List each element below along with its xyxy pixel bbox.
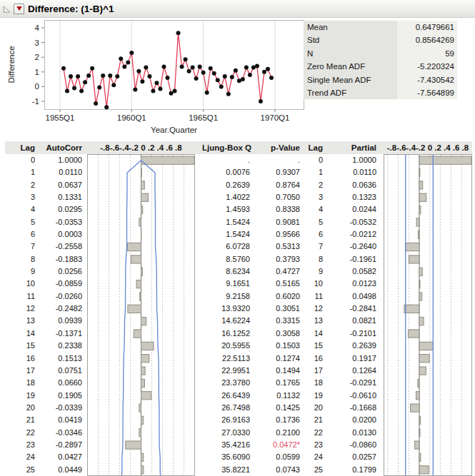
x-tick-label: 1970Q1 [261,113,290,122]
gap [379,353,384,365]
gap [195,278,202,290]
ljung-box-cell: 13.9320 [202,303,252,315]
ljung-box-cell: 27.0330 [202,427,252,439]
page-title: Difference: (1-B)^1 [28,4,114,14]
p-value-cell: 0.9307 [252,166,302,178]
lag-cell: 8 [5,253,37,265]
gap [379,179,384,191]
lag-bar [141,392,151,400]
autocorr-cell: 1.0000 [37,154,84,166]
p-value-cell: 0.1494 [252,365,302,377]
lag2-cell: 19 [302,390,325,402]
lag-bar [419,429,420,437]
stat-value: 59 [397,47,457,60]
gap [195,414,202,426]
ljung-box-cell: 26.7498 [202,402,252,414]
summary-statistics-table: Mean0.6479661Std0.8564269N59Zero Mean AD… [304,21,457,99]
gap [379,439,384,451]
lag-cell: 18 [5,377,37,389]
gap [379,154,384,166]
header-acf-scale: -.8-.6-.4-.2 0 .2 .4 .6 .8 [87,141,195,154]
data-point [201,71,206,75]
stat-label: Zero Mean ADF [304,60,397,73]
header-partial: Partial [325,141,379,154]
lag-bar [141,318,146,325]
lag-cell: 11 [5,290,37,303]
autocorr-cell: -0.0260 [37,290,84,303]
y-tick-label: 1 [35,68,39,76]
lag-cell: 5 [5,216,37,228]
gap [195,303,202,315]
gap [379,402,384,414]
lag-bar [139,429,141,437]
ljung-box-cell: 35.8221 [202,464,252,476]
gap [379,328,384,340]
data-point [69,74,73,79]
y-axis-label: Difference [7,46,16,83]
gap [195,328,202,340]
autocorr-cell: 0.2338 [37,340,84,352]
p-value-cell: 0.5165 [252,278,302,290]
y-tick-label: 3 [35,39,39,47]
p-value-cell: 0.0743 [252,464,302,476]
lag-cell: 12 [5,303,37,315]
collapse-disclosure-icon[interactable] [2,4,11,14]
data-point [241,77,245,81]
lag-cell: 23 [5,439,37,451]
lag-cell: 20 [5,402,37,414]
lag-bar [419,280,420,288]
partial-cell: -0.0860 [325,439,379,451]
lag-bar [416,218,419,226]
lag-table-header: Lag AutoCorr -.8-.6-.4-.2 0 .2 .4 .6 .8 … [5,141,472,154]
chart-frame [384,155,472,476]
lag2-cell: 0 [302,154,325,166]
lag-bar [419,367,426,375]
data-point [122,65,126,69]
partial-cell: 0.0110 [325,166,379,178]
autocorr-cell: 0.0256 [37,265,84,278]
autocorr-cell: -0.2482 [37,303,84,315]
data-point [136,69,141,74]
data-point [169,91,174,96]
partial-cell: -0.0532 [325,216,379,228]
header-autocorr: AutoCorr [37,141,84,154]
data-point [230,75,234,79]
lag-bar [411,404,419,412]
red-triangle-menu-button[interactable] [14,4,24,14]
partial-autocorrelation-chart [384,154,472,476]
lag-cell: 4 [5,203,37,216]
data-point [269,76,274,80]
lag2-cell: 23 [302,439,325,451]
p-value-cell: 0.9081 [252,216,302,228]
ljung-box-cell: 9.1651 [202,278,252,290]
gap [195,216,202,228]
gap [379,265,384,278]
gap [195,228,202,240]
autocorr-cell: 0.1331 [37,191,84,203]
data-point [219,84,224,88]
data-point [115,74,119,79]
lag2-cell: 16 [302,353,325,365]
lag-bar [419,342,434,350]
data-point [194,76,199,81]
ljung-box-cell: . [202,154,252,166]
gap [195,402,202,414]
partial-cell: 0.0582 [325,265,379,278]
lag-bar [419,293,422,300]
stats-row: Zero Mean ADF-5.220324 [304,60,457,73]
lag-cell: 7 [5,240,37,253]
lag-bar [419,453,421,461]
gap [195,451,202,463]
lag-bar [141,379,145,387]
lag-bar [405,243,419,250]
autocorr-cell: 0.0637 [37,179,84,191]
data-point [259,99,263,103]
data-point [94,101,98,106]
ljung-box-cell: 16.1252 [202,328,252,340]
ljung-box-cell: 1.5424 [202,228,252,240]
data-point [108,74,112,78]
outline-title-bar: Difference: (1-B)^1 [0,0,475,18]
gap [195,390,202,402]
partial-cell: 0.0244 [325,203,379,216]
gap [195,365,202,377]
